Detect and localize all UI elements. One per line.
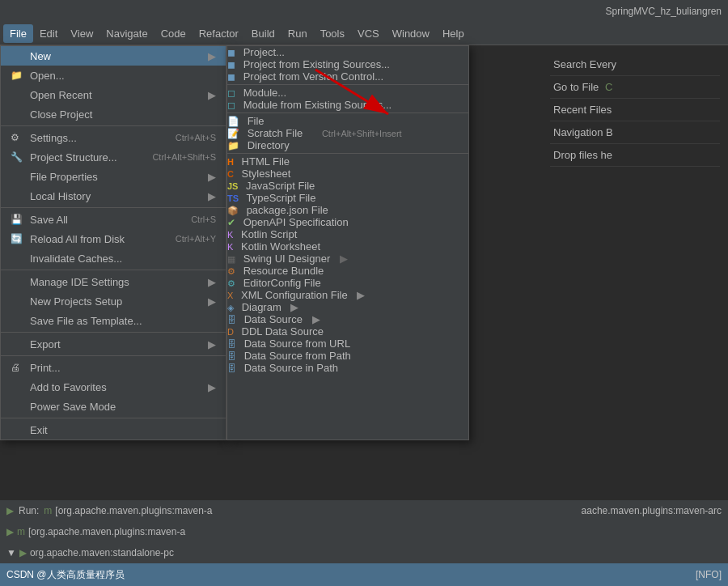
menu-tools[interactable]: Tools xyxy=(314,24,351,43)
menu-vcs[interactable]: VCS xyxy=(351,24,386,43)
file-menu-invalidate-caches[interactable]: Invalidate Caches... xyxy=(1,248,226,268)
structure-icon: 🔧 xyxy=(11,151,25,163)
xml-icon: X xyxy=(227,291,233,300)
run-bar-maven-icon: m xyxy=(44,505,52,516)
file-icon: 📄 xyxy=(227,116,239,127)
new-stylesheet[interactable]: C Stylesheet xyxy=(227,168,468,180)
new-module[interactable]: ◻ Module... xyxy=(227,87,468,99)
new-divider-1 xyxy=(227,84,468,85)
ts-icon: TS xyxy=(227,193,239,203)
project-existing-icon: ◼ xyxy=(227,59,235,70)
menu-code[interactable]: Code xyxy=(154,24,193,43)
file-menu-new-projects-setup[interactable]: New Projects Setup ▶ xyxy=(1,291,226,311)
file-menu-file-properties[interactable]: File Properties ▶ xyxy=(1,167,226,186)
run-bar-text: Run: xyxy=(19,505,39,516)
file-menu-print[interactable]: 🖨 Print... xyxy=(1,358,226,377)
new-openapi[interactable]: ✔ OpenAPI Specification xyxy=(227,216,468,228)
file-menu-new[interactable]: New ▶ xyxy=(1,46,226,66)
file-menu-save-as-template[interactable]: Save File as Template... xyxy=(1,311,226,330)
new-directory[interactable]: 📁 Directory xyxy=(227,139,468,151)
file-menu-settings[interactable]: ⚙ Settings... Ctrl+Alt+S xyxy=(1,128,226,147)
new-diagram[interactable]: ◈ Diagram ▶ xyxy=(227,301,468,313)
status-bar-2: ▼ ▶ org.apache.maven:standalone-pc xyxy=(0,542,728,563)
file-menu-local-history[interactable]: Local History ▶ xyxy=(1,186,226,206)
status3-right: [NFO] xyxy=(696,569,722,580)
new-data-source[interactable]: 🗄 Data Source ▶ xyxy=(227,313,468,325)
status2-arrow-down: ▼ xyxy=(6,547,16,558)
new-module-existing[interactable]: ◻ Module from Existing Sources... xyxy=(227,99,468,111)
folder-icon: 📁 xyxy=(11,70,25,81)
drop-files-label: Drop files he xyxy=(553,149,612,161)
new-kotlin-worksheet[interactable]: K Kotlin Worksheet xyxy=(227,240,468,253)
run-icon: ▶ xyxy=(6,505,14,516)
menu-navigate[interactable]: Navigate xyxy=(99,24,154,43)
print-icon: 🖨 xyxy=(11,362,25,373)
status2-arrow-right: ▶ xyxy=(19,547,27,558)
right-panel-goto-file: Go to File C xyxy=(550,76,720,99)
pkg-icon: 📦 xyxy=(227,206,239,215)
menu-build[interactable]: Build xyxy=(245,24,281,43)
new-xml-config[interactable]: X XML Configuration File ▶ xyxy=(227,289,468,301)
menu-refactor[interactable]: Refactor xyxy=(193,24,245,43)
file-menu-reload[interactable]: 🔄 Reload All from Disk Ctrl+Alt+Y xyxy=(1,229,226,248)
new-submenu: ◼ Project... ◼ Project from Existing Sou… xyxy=(226,45,469,440)
file-menu-add-favorites[interactable]: Add to Favorites ▶ xyxy=(1,377,226,397)
new-file[interactable]: 📄 File xyxy=(227,115,468,127)
menu-help[interactable]: Help xyxy=(436,24,471,43)
file-menu-save-all[interactable]: 💾 Save All Ctrl+S xyxy=(1,210,226,229)
new-datasource-url[interactable]: 🗄 Data Source from URL xyxy=(227,338,468,350)
project-icon: ◼ xyxy=(227,47,235,58)
file-menu-exit[interactable]: Exit xyxy=(1,420,226,440)
new-editorconfig[interactable]: ⚙ EditorConfig File xyxy=(227,277,468,289)
menu-run[interactable]: Run xyxy=(281,24,314,43)
title-bar: SpringMVC_hz_buliangren xyxy=(0,0,728,23)
new-js-file[interactable]: JS JavaScript File xyxy=(227,180,468,192)
file-menu-power-save[interactable]: Power Save Mode xyxy=(1,397,226,416)
goto-file-shortcut: C xyxy=(605,81,612,93)
kotlin-script-icon: K xyxy=(227,230,233,240)
menu-bar: File Edit View Navigate Code Refactor Bu… xyxy=(0,23,728,45)
goto-file-label: Go to File xyxy=(553,81,602,93)
file-dropdown-menu: New ▶ 📁 Open... Open Recent ▶ Close Proj… xyxy=(0,45,226,440)
db-icon: 🗄 xyxy=(227,315,236,325)
new-datasource-in-path[interactable]: 🗄 Data Source in Path xyxy=(227,362,468,374)
new-swing-ui: ▦ Swing UI Designer ▶ xyxy=(227,253,468,265)
run-bar-right: aache.maven.plugins:maven-arc xyxy=(582,505,722,516)
file-menu-project-structure[interactable]: 🔧 Project Structure... Ctrl+Alt+Shift+S xyxy=(1,147,226,167)
menu-window[interactable]: Window xyxy=(386,24,436,43)
status2-text: org.apache.maven:standalone-pc xyxy=(30,547,174,558)
diagram-icon: ◈ xyxy=(227,303,234,312)
new-project[interactable]: ◼ Project... xyxy=(227,46,468,58)
swing-icon: ▦ xyxy=(227,254,235,264)
right-panel-search: Search Every xyxy=(550,53,720,76)
file-menu-open-recent[interactable]: Open Recent ▶ xyxy=(1,85,226,104)
new-resource-bundle[interactable]: ⚙ Resource Bundle xyxy=(227,265,468,277)
new-project-existing[interactable]: ◼ Project from Existing Sources... xyxy=(227,58,468,70)
new-ts-file[interactable]: TS TypeScript File xyxy=(227,192,468,204)
new-pkg-json[interactable]: 📦 package.json File xyxy=(227,204,468,216)
menu-edit[interactable]: Edit xyxy=(33,24,64,43)
run-bar: ▶ Run: m [org.apache.maven.plugins:maven… xyxy=(0,500,728,521)
recent-files-label: Recent Files xyxy=(553,104,612,116)
new-kotlin-script[interactable]: K Kotlin Script xyxy=(227,228,468,240)
scratch-icon: 📝 xyxy=(227,128,239,139)
file-menu-close-project[interactable]: Close Project xyxy=(1,104,226,124)
project-vcs-icon: ◼ xyxy=(227,71,235,83)
new-divider-2 xyxy=(227,113,468,113)
status-bar-3: CSDN @人类高质量程序员 [NFO] xyxy=(0,563,728,586)
new-datasource-path[interactable]: 🗄 Data Source from Path xyxy=(227,350,468,362)
new-project-vcs[interactable]: ◼ Project from Version Control... xyxy=(227,70,468,83)
status1-maven-icon: m xyxy=(17,526,25,537)
file-menu-export[interactable]: Export ▶ xyxy=(1,334,226,354)
divider-1 xyxy=(1,125,226,126)
ddl-icon: D xyxy=(227,327,234,337)
new-ddl-data-source[interactable]: D DDL Data Source xyxy=(227,325,468,338)
divider-3 xyxy=(1,270,226,270)
file-menu-manage-ide[interactable]: Manage IDE Settings ▶ xyxy=(1,272,226,291)
file-menu-open[interactable]: 📁 Open... xyxy=(1,66,226,85)
menu-file[interactable]: File xyxy=(3,24,33,43)
new-scratch-file[interactable]: 📝 Scratch File Ctrl+Alt+Shift+Insert xyxy=(227,127,468,139)
js-icon: JS xyxy=(227,181,238,191)
new-html-file[interactable]: H HTML File xyxy=(227,155,468,168)
menu-view[interactable]: View xyxy=(64,24,99,43)
